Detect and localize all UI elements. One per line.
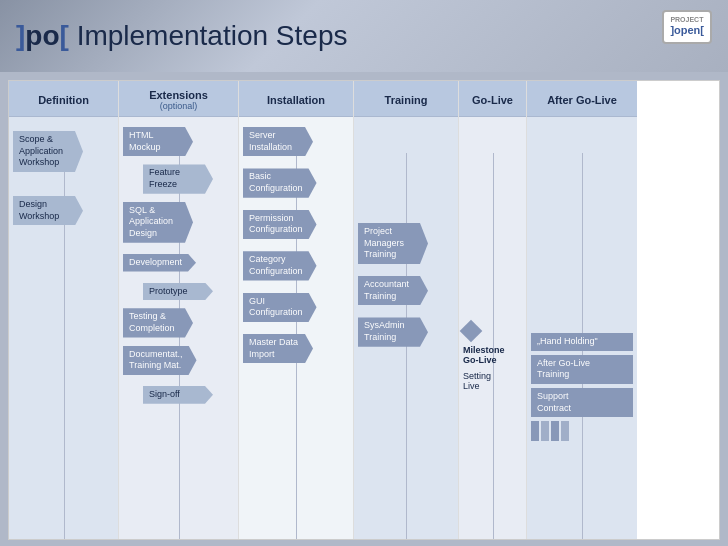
item-feature-freeze: FeatureFreeze <box>143 164 213 193</box>
title-bracket-left: ] <box>16 20 25 51</box>
title-bracket-right: [ <box>60 20 69 51</box>
col-extensions-header: Extensions (optional) <box>119 81 238 117</box>
item-design: DesignWorkshop <box>13 196 83 225</box>
title-po-text: po <box>25 20 59 51</box>
col-golive-body: MilestoneGo-Live SettingLive <box>459 117 526 539</box>
item-sysadmin-training: SysAdminTraining <box>358 317 428 346</box>
main-content: Definition Scope &ApplicationWorkshop De… <box>8 80 720 540</box>
item-documentat: Documentat.,Training Mat. <box>123 346 197 375</box>
col-training-title: Training <box>385 94 428 106</box>
item-pm-training: ProjectManagersTraining <box>358 223 428 264</box>
col-installation-header: Installation <box>239 81 353 117</box>
item-prototype: Prototype <box>143 283 213 301</box>
col-definition-header: Definition <box>9 81 118 117</box>
col-aftergolive-title: After Go-Live <box>547 94 617 106</box>
item-signoff: Sign-off <box>143 386 213 404</box>
item-server-install: ServerInstallation <box>243 127 313 156</box>
item-milestone-golive: MilestoneGo-Live <box>463 345 522 365</box>
item-scope: Scope &ApplicationWorkshop <box>13 131 83 172</box>
col-training-header: Training <box>354 81 458 117</box>
page-header: ]]po[po[ Implementation Steps PROJECT ]o… <box>0 0 728 72</box>
columns-container: Definition Scope &ApplicationWorkshop De… <box>9 81 719 539</box>
col-extensions-title: Extensions <box>149 89 208 101</box>
col-definition: Definition Scope &ApplicationWorkshop De… <box>9 81 119 539</box>
col-aftergolive: After Go-Live „Hand Holding" After Go-Li… <box>527 81 637 539</box>
item-accountant-training: AccountantTraining <box>358 276 428 305</box>
item-gui-config: GUIConfiguration <box>243 293 317 322</box>
col-definition-body: Scope &ApplicationWorkshop DesignWorksho… <box>9 117 118 539</box>
item-hand-holding: „Hand Holding" <box>531 333 633 351</box>
item-permission-config: PermissionConfiguration <box>243 210 317 239</box>
item-aftergolive-training: After Go-LiveTraining <box>531 355 633 384</box>
item-testing: Testing &Completion <box>123 308 193 337</box>
logo: PROJECT ]open[ <box>662 10 712 44</box>
col-golive: Go-Live MilestoneGo-Live SettingLive <box>459 81 527 539</box>
item-setting-live: SettingLive <box>463 371 522 391</box>
col-training-body: ProjectManagersTraining AccountantTraini… <box>354 117 458 539</box>
col-extensions-sub: (optional) <box>160 101 198 111</box>
col-training: Training ProjectManagersTraining Account… <box>354 81 459 539</box>
col-extensions-body: HTMLMockup FeatureFreeze SQL &Applicatio… <box>119 117 238 539</box>
col-installation: Installation ServerInstallation BasicCon… <box>239 81 354 539</box>
page-title: ]]po[po[ Implementation Steps <box>16 20 347 52</box>
item-basic-config: BasicConfiguration <box>243 168 317 197</box>
col-aftergolive-body: „Hand Holding" After Go-LiveTraining Sup… <box>527 117 637 539</box>
title-text: Implementation Steps <box>69 20 348 51</box>
item-support-contract: SupportContract <box>531 388 633 417</box>
striped-icon <box>531 421 633 441</box>
col-golive-title: Go-Live <box>472 94 513 106</box>
item-sql-design: SQL &ApplicationDesign <box>123 202 193 243</box>
col-golive-header: Go-Live <box>459 81 526 117</box>
col-definition-title: Definition <box>38 94 89 106</box>
logo-line2: ]open[ <box>670 24 704 37</box>
col-extensions: Extensions (optional) HTMLMockup Feature… <box>119 81 239 539</box>
item-html-mockup: HTMLMockup <box>123 127 193 156</box>
item-master-data: Master DataImport <box>243 334 313 363</box>
col-installation-body: ServerInstallation BasicConfiguration Pe… <box>239 117 353 539</box>
item-development: Development <box>123 254 196 272</box>
item-category-config: CategoryConfiguration <box>243 251 317 280</box>
col-aftergolive-header: After Go-Live <box>527 81 637 117</box>
col-installation-title: Installation <box>267 94 325 106</box>
logo-line1: PROJECT <box>670 16 704 24</box>
